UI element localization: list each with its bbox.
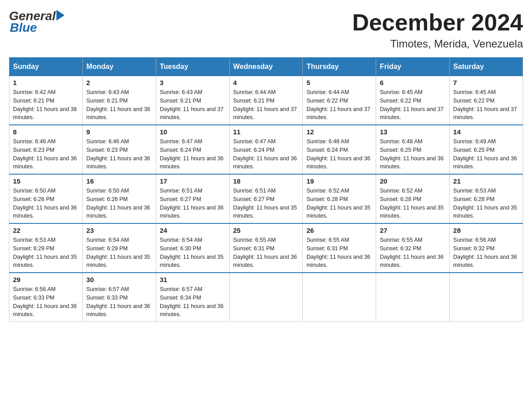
table-row: 7 Sunrise: 6:45 AM Sunset: 6:22 PM Dayli… xyxy=(450,76,523,125)
day-info: Sunrise: 6:50 AM Sunset: 6:26 PM Dayligh… xyxy=(86,187,152,220)
day-info: Sunrise: 6:54 AM Sunset: 6:29 PM Dayligh… xyxy=(86,236,152,270)
table-row: 19 Sunrise: 6:52 AM Sunset: 6:28 PM Dayl… xyxy=(303,174,376,223)
header-wednesday: Wednesday xyxy=(229,58,303,76)
table-row: 2 Sunrise: 6:43 AM Sunset: 6:21 PM Dayli… xyxy=(82,76,156,125)
day-number: 13 xyxy=(380,128,446,136)
table-row: 26 Sunrise: 6:55 AM Sunset: 6:31 PM Dayl… xyxy=(303,223,376,273)
day-number: 18 xyxy=(233,177,299,185)
table-row xyxy=(376,273,450,322)
header-saturday: Saturday xyxy=(450,58,523,76)
day-number: 14 xyxy=(453,128,519,136)
day-number: 27 xyxy=(380,227,446,234)
month-year-title: December 2024 xyxy=(352,9,523,36)
day-number: 25 xyxy=(233,227,299,234)
day-number: 1 xyxy=(13,79,79,86)
day-info: Sunrise: 6:42 AM Sunset: 6:21 PM Dayligh… xyxy=(13,88,79,122)
table-row: 14 Sunrise: 6:49 AM Sunset: 6:25 PM Dayl… xyxy=(450,125,523,174)
day-number: 23 xyxy=(86,227,152,234)
day-info: Sunrise: 6:43 AM Sunset: 6:21 PM Dayligh… xyxy=(160,88,226,122)
day-number: 21 xyxy=(453,177,519,185)
day-number: 10 xyxy=(160,128,226,136)
table-row: 17 Sunrise: 6:51 AM Sunset: 6:27 PM Dayl… xyxy=(156,174,229,223)
table-row: 20 Sunrise: 6:52 AM Sunset: 6:28 PM Dayl… xyxy=(376,174,450,223)
day-info: Sunrise: 6:55 AM Sunset: 6:31 PM Dayligh… xyxy=(306,236,372,270)
day-info: Sunrise: 6:54 AM Sunset: 6:30 PM Dayligh… xyxy=(160,236,226,270)
day-info: Sunrise: 6:44 AM Sunset: 6:22 PM Dayligh… xyxy=(306,88,372,122)
day-number: 31 xyxy=(160,276,226,283)
day-info: Sunrise: 6:55 AM Sunset: 6:31 PM Dayligh… xyxy=(233,236,299,270)
day-number: 9 xyxy=(86,128,152,136)
table-row: 11 Sunrise: 6:47 AM Sunset: 6:24 PM Dayl… xyxy=(229,125,303,174)
calendar-table: Sunday Monday Tuesday Wednesday Thursday… xyxy=(9,57,523,322)
table-row xyxy=(450,273,523,322)
table-row: 4 Sunrise: 6:44 AM Sunset: 6:21 PM Dayli… xyxy=(229,76,303,125)
table-row: 1 Sunrise: 6:42 AM Sunset: 6:21 PM Dayli… xyxy=(9,76,83,125)
table-row: 27 Sunrise: 6:55 AM Sunset: 6:32 PM Dayl… xyxy=(376,223,450,273)
day-number: 28 xyxy=(453,227,519,234)
table-row: 10 Sunrise: 6:47 AM Sunset: 6:24 PM Dayl… xyxy=(156,125,229,174)
table-row: 6 Sunrise: 6:45 AM Sunset: 6:22 PM Dayli… xyxy=(376,76,450,125)
table-row: 16 Sunrise: 6:50 AM Sunset: 6:26 PM Dayl… xyxy=(82,174,156,223)
day-number: 24 xyxy=(160,227,226,234)
day-info: Sunrise: 6:47 AM Sunset: 6:24 PM Dayligh… xyxy=(233,137,299,171)
day-info: Sunrise: 6:45 AM Sunset: 6:22 PM Dayligh… xyxy=(453,88,519,122)
day-info: Sunrise: 6:52 AM Sunset: 6:28 PM Dayligh… xyxy=(380,187,446,220)
table-row: 5 Sunrise: 6:44 AM Sunset: 6:22 PM Dayli… xyxy=(303,76,376,125)
header-sunday: Sunday xyxy=(9,58,83,76)
day-number: 26 xyxy=(306,227,372,234)
location-title: Timotes, Merida, Venezuela xyxy=(352,38,523,50)
day-number: 30 xyxy=(86,276,152,283)
day-number: 8 xyxy=(13,128,79,136)
day-info: Sunrise: 6:48 AM Sunset: 6:25 PM Dayligh… xyxy=(380,137,446,171)
logo: General Blue xyxy=(9,9,64,35)
day-info: Sunrise: 6:45 AM Sunset: 6:22 PM Dayligh… xyxy=(380,88,446,122)
table-row: 25 Sunrise: 6:55 AM Sunset: 6:31 PM Dayl… xyxy=(229,223,303,273)
day-info: Sunrise: 6:43 AM Sunset: 6:21 PM Dayligh… xyxy=(86,88,152,122)
calendar-week-4: 22 Sunrise: 6:53 AM Sunset: 6:29 PM Dayl… xyxy=(9,223,523,273)
day-info: Sunrise: 6:53 AM Sunset: 6:28 PM Dayligh… xyxy=(453,187,519,220)
table-row: 9 Sunrise: 6:46 AM Sunset: 6:23 PM Dayli… xyxy=(82,125,156,174)
day-number: 19 xyxy=(306,177,372,185)
day-info: Sunrise: 6:56 AM Sunset: 6:33 PM Dayligh… xyxy=(13,285,79,319)
table-row: 23 Sunrise: 6:54 AM Sunset: 6:29 PM Dayl… xyxy=(82,223,156,273)
table-row: 29 Sunrise: 6:56 AM Sunset: 6:33 PM Dayl… xyxy=(9,273,83,322)
day-info: Sunrise: 6:44 AM Sunset: 6:21 PM Dayligh… xyxy=(233,88,299,122)
day-info: Sunrise: 6:53 AM Sunset: 6:29 PM Dayligh… xyxy=(13,236,79,270)
day-info: Sunrise: 6:49 AM Sunset: 6:25 PM Dayligh… xyxy=(453,137,519,171)
day-info: Sunrise: 6:50 AM Sunset: 6:26 PM Dayligh… xyxy=(13,187,79,220)
day-number: 3 xyxy=(160,79,226,86)
title-section: December 2024 Timotes, Merida, Venezuela xyxy=(352,9,523,50)
logo-blue-text: Blue xyxy=(10,21,37,35)
day-number: 4 xyxy=(233,79,299,86)
day-info: Sunrise: 6:56 AM Sunset: 6:32 PM Dayligh… xyxy=(453,236,519,270)
day-number: 6 xyxy=(380,79,446,86)
table-row: 15 Sunrise: 6:50 AM Sunset: 6:26 PM Dayl… xyxy=(9,174,83,223)
day-info: Sunrise: 6:46 AM Sunset: 6:23 PM Dayligh… xyxy=(86,137,152,171)
calendar-header-row: Sunday Monday Tuesday Wednesday Thursday… xyxy=(9,58,523,76)
day-number: 7 xyxy=(453,79,519,86)
day-info: Sunrise: 6:48 AM Sunset: 6:24 PM Dayligh… xyxy=(306,137,372,171)
day-number: 20 xyxy=(380,177,446,185)
header-tuesday: Tuesday xyxy=(156,58,229,76)
table-row xyxy=(303,273,376,322)
day-number: 2 xyxy=(86,79,152,86)
day-info: Sunrise: 6:51 AM Sunset: 6:27 PM Dayligh… xyxy=(233,187,299,220)
table-row: 13 Sunrise: 6:48 AM Sunset: 6:25 PM Dayl… xyxy=(376,125,450,174)
day-number: 17 xyxy=(160,177,226,185)
day-number: 15 xyxy=(13,177,79,185)
day-info: Sunrise: 6:47 AM Sunset: 6:24 PM Dayligh… xyxy=(160,137,226,171)
table-row: 18 Sunrise: 6:51 AM Sunset: 6:27 PM Dayl… xyxy=(229,174,303,223)
table-row: 8 Sunrise: 6:46 AM Sunset: 6:23 PM Dayli… xyxy=(9,125,83,174)
day-number: 16 xyxy=(86,177,152,185)
calendar-week-5: 29 Sunrise: 6:56 AM Sunset: 6:33 PM Dayl… xyxy=(9,273,523,322)
day-number: 22 xyxy=(13,227,79,234)
day-info: Sunrise: 6:55 AM Sunset: 6:32 PM Dayligh… xyxy=(380,236,446,270)
table-row: 28 Sunrise: 6:56 AM Sunset: 6:32 PM Dayl… xyxy=(450,223,523,273)
day-number: 5 xyxy=(306,79,372,86)
table-row: 30 Sunrise: 6:57 AM Sunset: 6:33 PM Dayl… xyxy=(82,273,156,322)
calendar-week-3: 15 Sunrise: 6:50 AM Sunset: 6:26 PM Dayl… xyxy=(9,174,523,223)
page-header: General Blue December 2024 Timotes, Meri… xyxy=(9,9,523,50)
day-number: 11 xyxy=(233,128,299,136)
header-thursday: Thursday xyxy=(303,58,376,76)
calendar-week-2: 8 Sunrise: 6:46 AM Sunset: 6:23 PM Dayli… xyxy=(9,125,523,174)
